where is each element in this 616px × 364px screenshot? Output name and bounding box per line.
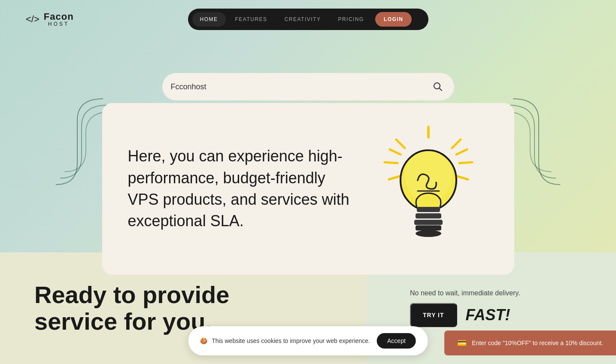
hero-text: Here, you can experience high-performanc…: [128, 146, 351, 232]
svg-line-10: [459, 162, 472, 163]
nav-home[interactable]: HOME: [192, 12, 226, 27]
svg-point-20: [416, 230, 441, 237]
svg-line-11: [389, 176, 401, 179]
search-bar: [162, 73, 454, 100]
logo-sub: HOST: [44, 21, 74, 27]
navbar: HOME FEATURES CREATIVITY PRICING LOGIN: [188, 9, 428, 30]
search-button[interactable]: [430, 79, 446, 94]
logo-icon: </>: [26, 14, 39, 25]
svg-rect-19: [416, 225, 441, 231]
svg-line-7: [385, 162, 398, 163]
nav-creativity[interactable]: CREATIVITY: [277, 12, 329, 27]
cookie-banner: 🍪 This website uses cookies to improve y…: [188, 326, 428, 355]
svg-line-5: [396, 140, 405, 148]
cookie-accept-button[interactable]: Accept: [377, 333, 416, 349]
svg-line-12: [456, 176, 468, 179]
search-input[interactable]: [171, 82, 430, 91]
logo: </> Facon HOST: [26, 12, 74, 27]
hero-bulb: [368, 124, 489, 253]
nav-features[interactable]: FEATURES: [228, 12, 275, 27]
svg-rect-16: [417, 207, 440, 212]
logo-name: Facon: [44, 12, 74, 21]
login-button[interactable]: LOGIN: [375, 12, 412, 27]
logo-text: Facon HOST: [44, 12, 74, 27]
hero-card: Here, you can experience high-performanc…: [102, 103, 514, 275]
cookie-emoji: 🍪: [200, 337, 207, 344]
svg-line-6: [390, 149, 401, 155]
svg-line-1: [439, 88, 442, 91]
bottom-cta-row: TRY IT FAST!: [410, 303, 510, 327]
svg-rect-17: [416, 213, 441, 218]
promo-icon: 💳: [457, 338, 467, 348]
svg-rect-18: [414, 220, 443, 225]
svg-line-8: [452, 140, 461, 148]
promo-banner: 💳 Enter code "10%OFF" to receive a 10% d…: [444, 331, 616, 355]
nav-pricing[interactable]: PRICING: [330, 12, 372, 27]
delivery-text: No need to wait, immediate delivery.: [410, 289, 607, 297]
deco-lines-left: [52, 94, 107, 191]
promo-text: Enter code "10%OFF" to receive a 10% dis…: [472, 340, 603, 346]
fast-label: FAST!: [466, 306, 510, 324]
deco-lines-right: [509, 94, 564, 191]
try-it-button[interactable]: TRY IT: [410, 303, 457, 327]
svg-line-9: [456, 149, 467, 155]
cookie-text: 🍪 This website uses cookies to improve y…: [200, 337, 370, 344]
